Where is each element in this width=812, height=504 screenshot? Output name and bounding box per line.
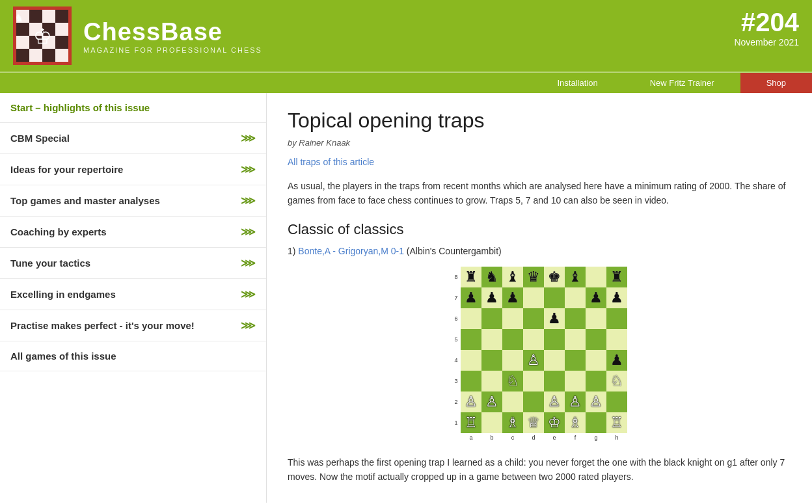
main-content: Topical opening traps by Rainer Knaak Al… xyxy=(267,93,812,503)
sidebar-item-endgames[interactable]: Excelling in endgames ⋙ xyxy=(0,279,266,310)
board-cell xyxy=(586,371,606,391)
board-row: ♜♞♝♛♚♝♜ xyxy=(461,267,627,287)
sidebar-item-start[interactable]: Start – highlights of this issue xyxy=(0,93,266,123)
board-cell: ♗ xyxy=(565,412,586,433)
game-link[interactable]: Bonte,A - Grigoryan,M 0-1 xyxy=(298,246,404,256)
board-cell xyxy=(481,412,502,433)
sidebar-item-start-label: Start – highlights of this issue xyxy=(10,102,150,113)
board-cell: ♜ xyxy=(461,267,481,287)
chevron-icon-coaching: ⋙ xyxy=(241,226,256,238)
chevron-icon-ideas: ⋙ xyxy=(241,163,256,176)
board-cell: ♙ xyxy=(523,350,544,371)
board-cell: ♔ xyxy=(544,412,565,433)
section-title: Classic of classics xyxy=(288,221,791,238)
nav-shop[interactable]: Shop xyxy=(740,73,812,93)
board-cell: ♙ xyxy=(586,391,606,412)
board-cell: ♚ xyxy=(544,267,565,287)
board-cell: ♟ xyxy=(461,287,481,308)
row-coord-label: 4 xyxy=(452,350,461,371)
game-ref-prefix: 1) xyxy=(288,246,298,256)
board-cell: ♘ xyxy=(606,371,627,391)
board-cell xyxy=(586,350,606,371)
board-row: ♟ xyxy=(461,308,627,329)
board-cell xyxy=(565,287,586,308)
article-link-all-traps[interactable]: All traps of this article xyxy=(288,157,374,167)
svg-text:♔: ♔ xyxy=(33,25,52,48)
chevron-icon-endgames: ⋙ xyxy=(241,288,256,300)
board-cell xyxy=(544,287,565,308)
board-cell xyxy=(502,329,523,350)
svg-rect-12 xyxy=(55,36,68,49)
board-cell xyxy=(502,391,523,412)
board-cell: ♟ xyxy=(606,287,627,308)
row-coord-label: 6 xyxy=(452,308,461,329)
sidebar-item-coaching[interactable]: Coaching by experts ⋙ xyxy=(0,217,266,248)
sidebar: Start – highlights of this issue CBM Spe… xyxy=(0,93,267,503)
board-cell xyxy=(565,329,586,350)
sidebar-item-practise-label: Practise makes perfect - it's your move! xyxy=(10,320,195,331)
row-coords: 87654321 xyxy=(452,267,461,433)
sidebar-item-top-games[interactable]: Top games and master analyses ⋙ xyxy=(0,185,266,217)
board-cell xyxy=(544,371,565,391)
sidebar-item-cbm-label: CBM Special xyxy=(10,133,70,144)
board-cell xyxy=(481,308,502,329)
main-layout: Start – highlights of this issue CBM Spe… xyxy=(0,93,812,503)
nav-fritz-trainer[interactable]: New Fritz Trainer xyxy=(624,73,740,93)
board-cell xyxy=(586,308,606,329)
sidebar-item-coaching-label: Coaching by experts xyxy=(10,226,107,237)
board-cell xyxy=(481,371,502,391)
sidebar-item-cbm-special[interactable]: CBM Special ⋙ xyxy=(0,123,266,154)
chess-logo-icon: ♔ ♞ xyxy=(16,10,68,62)
board-cell xyxy=(606,308,627,329)
col-coord-label: e xyxy=(544,433,565,442)
board-cell xyxy=(586,412,606,433)
board-row: ♟♟♟♟♟ xyxy=(461,287,627,308)
board-cell xyxy=(481,350,502,371)
sidebar-item-top-games-label: Top games and master analyses xyxy=(10,195,160,206)
app-title: ChessBase xyxy=(83,18,262,46)
board-cell: ♟ xyxy=(606,350,627,371)
chess-board-wrapper: 87654321 ♜♞♝♛♚♝♜♟♟♟♟♟♟♙♟♘♘♙♙♙♙♙♖♗♕♔♗♖ ab… xyxy=(452,267,627,442)
board-row: ♘♘ xyxy=(461,371,627,391)
board-cell: ♛ xyxy=(523,267,544,287)
board-row: ♙♟ xyxy=(461,350,627,371)
sidebar-item-tactics-label: Tune your tactics xyxy=(10,258,90,269)
board-row: ♙♙♙♙♙ xyxy=(461,391,627,412)
nav-installation[interactable]: Installation xyxy=(532,73,624,93)
row-coord-label: 2 xyxy=(452,391,461,412)
chess-board-container: 87654321 ♜♞♝♛♚♝♜♟♟♟♟♟♟♙♟♘♘♙♙♙♙♙♖♗♕♔♗♖ ab… xyxy=(288,267,791,442)
issue-number: #204 xyxy=(734,8,799,37)
article-title: Topical opening traps xyxy=(288,109,791,133)
logo-text-group: ChessBase MAGAZINE FOR PROFESSIONAL CHES… xyxy=(83,18,262,54)
board-cell xyxy=(544,350,565,371)
board-cell xyxy=(461,329,481,350)
sidebar-item-practise[interactable]: Practise makes perfect - it's your move!… xyxy=(0,310,266,341)
sidebar-item-all-games[interactable]: All games of this issue xyxy=(0,341,266,371)
row-coord-label: 3 xyxy=(452,371,461,391)
board-cell xyxy=(586,267,606,287)
board-cell xyxy=(606,329,627,350)
board-row: ♖♗♕♔♗♖ xyxy=(461,412,627,433)
svg-rect-5 xyxy=(16,23,29,36)
board-cell xyxy=(481,329,502,350)
board-cell: ♗ xyxy=(502,412,523,433)
board-cell xyxy=(461,350,481,371)
col-coord-label: b xyxy=(481,433,502,442)
sidebar-item-ideas[interactable]: Ideas for your repertoire ⋙ xyxy=(0,154,266,185)
row-coord-label: 8 xyxy=(452,267,461,287)
svg-rect-16 xyxy=(55,49,68,62)
article-author: by Rainer Knaak xyxy=(288,138,791,148)
board-cell xyxy=(461,308,481,329)
board-cell xyxy=(544,329,565,350)
game-ref: 1) Bonte,A - Grigoryan,M 0-1 (Albin's Co… xyxy=(288,246,791,256)
svg-rect-15 xyxy=(42,49,55,62)
sidebar-item-tactics[interactable]: Tune your tactics ⋙ xyxy=(0,248,266,279)
article-intro: As usual, the players in the traps from … xyxy=(288,179,791,208)
board-cell: ♙ xyxy=(481,391,502,412)
svg-rect-8 xyxy=(55,23,68,36)
app-subtitle: MAGAZINE FOR PROFESSIONAL CHESS xyxy=(83,46,262,54)
logo-box: ♔ ♞ xyxy=(13,7,72,65)
board-inner: 87654321 ♜♞♝♛♚♝♜♟♟♟♟♟♟♙♟♘♘♙♙♙♙♙♖♗♕♔♗♖ xyxy=(452,267,627,433)
col-coord-label: a xyxy=(461,433,481,442)
sidebar-item-ideas-label: Ideas for your repertoire xyxy=(10,164,123,175)
